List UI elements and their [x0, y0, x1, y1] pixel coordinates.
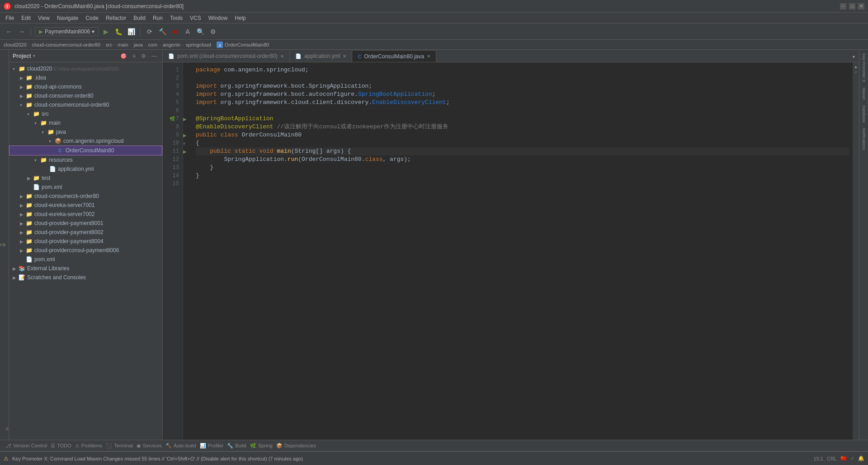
tree-arrow-resources[interactable]: ▾ [34, 158, 40, 163]
tree-item-external-libs[interactable]: ▶ 📚 External Libraries [9, 264, 162, 273]
tab-todo[interactable]: ☰ TODO [49, 442, 73, 450]
tab-application-yml[interactable]: 📄 application.yml ✕ [290, 50, 352, 62]
tree-arrow-api-commons[interactable]: ▶ [20, 85, 25, 89]
tree-arrow-eureka7002[interactable]: ▶ [20, 212, 25, 217]
breadcrumb-com[interactable]: com [148, 42, 157, 47]
project-dropdown-arrow[interactable]: ▾ [33, 53, 35, 58]
tree-item-test[interactable]: ▶ 📁 test [9, 174, 162, 183]
tab-auto-build[interactable]: 🔨 Auto-build [164, 442, 198, 450]
tree-item-src[interactable]: ▾ 📁 src [9, 109, 162, 118]
tree-arrow-package[interactable]: ▾ [49, 139, 54, 144]
tree-arrow-external-libs[interactable]: ▶ [13, 266, 18, 271]
breadcrumb-angenin[interactable]: angenin [163, 42, 180, 47]
yaml-tab-close[interactable]: ✕ [343, 54, 346, 59]
tree-arrow-cloud2020[interactable]: ▾ [13, 66, 18, 71]
code-content[interactable]: package com.angenin.springcloud; import … [192, 62, 853, 440]
tree-item-pom-root[interactable]: 📄 pom.xml [9, 255, 162, 264]
tab-dependencies[interactable]: 📦 Dependencies [274, 442, 318, 450]
breadcrumb-springcloud[interactable]: springcloud [186, 42, 211, 47]
tree-item-java[interactable]: ▾ 📁 java [9, 127, 162, 136]
tree-arrow-idea[interactable]: ▶ [20, 75, 25, 80]
tree-item-application-yml[interactable]: 📄 application.yml [9, 164, 162, 174]
menu-window[interactable]: Window [205, 14, 231, 22]
tree-arrow-scratches[interactable]: ▶ [13, 275, 18, 280]
tab-pom-xml[interactable]: 📄 pom.xml (cloud-consumerconsul-order80)… [163, 50, 290, 62]
tree-arrow-payment8004[interactable]: ▶ [20, 239, 25, 244]
menu-run[interactable]: Run [149, 14, 166, 22]
tree-item-eureka-server7002[interactable]: ▶ 📁 cloud-eureka-server7002 [9, 210, 162, 219]
tree-arrow-test[interactable]: ▶ [27, 176, 33, 181]
panel-locate-button[interactable]: 🎯 [118, 52, 129, 60]
tab-services[interactable]: ◉ Services [135, 442, 164, 450]
settings-button[interactable]: ⚙ [208, 26, 218, 37]
tree-arrow-consumer-order80[interactable]: ▶ [20, 94, 25, 99]
tree-item-provider-payment8001[interactable]: ▶ 📁 cloud-provider-payment8001 [9, 219, 162, 228]
database-icon[interactable]: Database [861, 103, 867, 125]
menu-file[interactable]: File [2, 14, 18, 22]
java-tab-close[interactable]: ✕ [427, 54, 430, 59]
menu-build[interactable]: Build [130, 14, 149, 22]
close-button[interactable]: ✕ [858, 3, 864, 9]
tree-arrow-consumerzk[interactable]: ▶ [20, 194, 25, 199]
run-config-dropdown[interactable]: ▶ PaymentMain8006 ▾ [35, 27, 99, 36]
tree-arrow-payment8002[interactable]: ▶ [20, 230, 25, 235]
tree-item-provider-payment8002[interactable]: ▶ 📁 cloud-provider-payment8002 [9, 228, 162, 237]
tree-item-scratches[interactable]: ▶ 📝 Scratches and Consoles [9, 273, 162, 282]
breadcrumb-src[interactable]: src [106, 42, 113, 47]
run-icon-9[interactable]: ▶ [183, 133, 187, 138]
forward-button[interactable]: → [16, 26, 27, 37]
tabs-menu-button[interactable]: ▾ [848, 51, 859, 62]
tab-problems[interactable]: ⚠ Problems [73, 442, 104, 450]
run-icon-11[interactable]: ▶ [183, 149, 187, 154]
breadcrumb-module[interactable]: cloud-consumerconsul-order80 [32, 42, 100, 47]
menu-refactor[interactable]: Refactor [102, 14, 130, 22]
tree-item-providerconsul-payment8006[interactable]: ▶ 📁 cloud-providerconsul-payment8006 [9, 246, 162, 255]
gutter-icon-7[interactable]: 🌿 [170, 116, 174, 122]
tree-item-package[interactable]: ▾ 📦 com.angenin.springcloud [9, 136, 162, 146]
panel-close-button[interactable]: — [150, 52, 159, 60]
menu-view[interactable]: View [34, 14, 53, 22]
fold-arrow-10[interactable]: ▾ [183, 141, 185, 146]
coverage-button[interactable]: 📊 [126, 26, 137, 37]
search-everywhere-button[interactable]: 🔍 [195, 26, 206, 37]
tree-item-cloud-consumer-order80[interactable]: ▶ 📁 cloud-consumer-order80 [9, 91, 162, 100]
maven-icon[interactable]: Maven [861, 86, 867, 102]
breadcrumb-java[interactable]: java [134, 42, 143, 47]
menu-help[interactable]: Help [231, 14, 250, 22]
tree-item-cloud-consumerconsul-order80[interactable]: ▾ 📁 cloud-consumerconsul-order80 [9, 100, 162, 109]
breadcrumb-file[interactable]: J OrderConsulMain80 [217, 42, 269, 48]
build-project-button[interactable]: 🔨 [157, 26, 168, 37]
tree-item-idea[interactable]: ▶ 📁 .idea [9, 73, 162, 82]
tree-item-main[interactable]: ▾ 📁 main [9, 118, 162, 127]
tree-arrow-consumerconsul-order80[interactable]: ▾ [20, 103, 25, 108]
tree-item-eureka-server7001[interactable]: ▶ 📁 cloud-eureka-server7001 [9, 201, 162, 210]
tree-item-cloud2020[interactable]: ▾ 📁 cloud2020 E:\idea-workspace\cloud202… [9, 64, 162, 73]
tab-build[interactable]: 🔧 Build [225, 442, 248, 450]
tree-item-provider-payment8004[interactable]: ▶ 📁 cloud-provider-payment8004 [9, 237, 162, 246]
run-button[interactable]: ▶ [100, 26, 111, 37]
tree-item-resources[interactable]: ▾ 📁 resources [9, 155, 162, 164]
translate-button[interactable]: A [182, 26, 193, 37]
breadcrumb-cloud2020[interactable]: cloud2020 [4, 42, 27, 47]
tree-arrow-main[interactable]: ▾ [34, 121, 40, 126]
menu-edit[interactable]: Edit [18, 14, 34, 22]
maximize-button[interactable]: □ [849, 3, 855, 9]
tree-item-pom-consul[interactable]: 📄 pom.xml [9, 183, 162, 192]
menu-tools[interactable]: Tools [166, 14, 186, 22]
structure-sidebar-icon[interactable]: S [6, 420, 9, 438]
tree-item-cloud-api-commons[interactable]: ▶ 📁 cloud-api-commons [9, 82, 162, 91]
notifications-icon[interactable]: Notifications [861, 126, 867, 152]
window-controls[interactable]: ─ □ ✕ [840, 3, 864, 9]
notification-bell[interactable]: 🔔 [858, 456, 864, 461]
debug-button[interactable]: 🐛 [113, 26, 124, 37]
tree-arrow-payment8006[interactable]: ▶ [20, 248, 25, 253]
tab-terminal[interactable]: ⬛ Terminal [104, 442, 135, 450]
tree-arrow-src[interactable]: ▾ [27, 112, 33, 117]
menu-navigate[interactable]: Navigate [53, 14, 82, 22]
tree-arrow-eureka7001[interactable]: ▶ [20, 203, 25, 208]
stop-button[interactable]: ■ [170, 26, 180, 37]
minimize-button[interactable]: ─ [840, 3, 846, 9]
tree-item-OrderConsulMain80[interactable]: C OrderConsulMain80 [9, 146, 162, 155]
breadcrumb-main[interactable]: main [118, 42, 128, 47]
back-button[interactable]: ← [4, 26, 14, 37]
